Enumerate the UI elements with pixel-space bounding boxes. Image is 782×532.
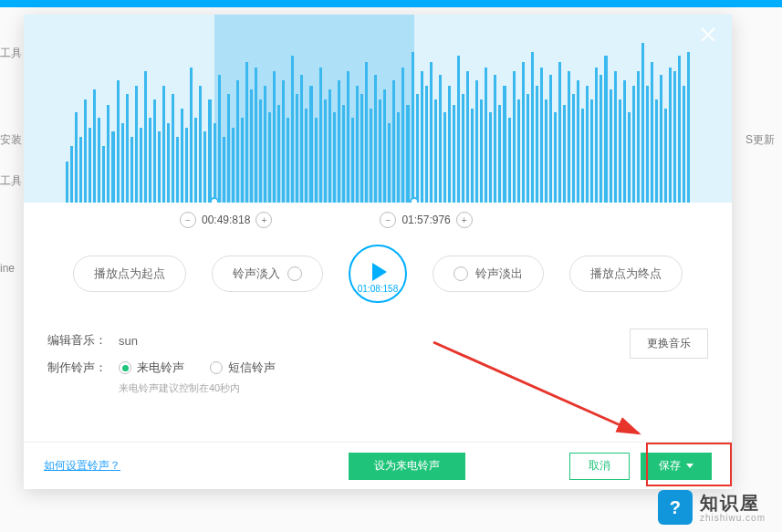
label: 保存 bbox=[659, 458, 681, 474]
duration-hint: 来电铃声建议控制在40秒内 bbox=[119, 381, 708, 395]
decrease-start-button[interactable]: − bbox=[180, 212, 196, 228]
label: 设为来电铃声 bbox=[374, 458, 440, 474]
logo-subtext: zhishiwu.com bbox=[700, 513, 766, 523]
background-titlebar bbox=[0, 0, 782, 7]
set-end-point-button[interactable]: 播放点为终点 bbox=[569, 256, 683, 292]
selection-start-handle[interactable] bbox=[210, 197, 219, 203]
start-time-group: − 00:49:818 + bbox=[180, 212, 272, 228]
edit-music-label: 编辑音乐： bbox=[47, 332, 119, 349]
end-time-value: 01:57:976 bbox=[401, 214, 450, 226]
bg-text: S更新 bbox=[746, 132, 775, 148]
dialog-footer: 如何设置铃声？ 设为来电铃声 取消 保存 bbox=[24, 442, 732, 489]
chevron-down-icon bbox=[686, 464, 693, 468]
edit-music-row: 编辑音乐： sun bbox=[47, 332, 708, 349]
change-music-button[interactable]: 更换音乐 bbox=[630, 329, 708, 359]
ringtone-editor-dialog: − 00:49:818 + − 01:57:976 + 播放点为起点 铃声淡入 … bbox=[24, 15, 732, 489]
label: 播放点为终点 bbox=[590, 266, 662, 282]
decrease-end-button[interactable]: − bbox=[380, 212, 396, 228]
radio-checked-icon bbox=[119, 361, 131, 374]
play-duration: 01:08:158 bbox=[358, 284, 399, 294]
save-button[interactable]: 保存 bbox=[641, 453, 712, 480]
ringtone-type-row: 制作铃声： 来电铃声 短信铃声 bbox=[47, 360, 708, 376]
fade-in-radio-icon bbox=[287, 266, 302, 281]
edit-music-value: sun bbox=[119, 334, 138, 348]
label: 铃声淡出 bbox=[475, 266, 523, 282]
label: 如何设置铃声？ bbox=[44, 459, 120, 472]
label: 播放点为起点 bbox=[94, 266, 165, 282]
info-section: 编辑音乐： sun 制作铃声： 来电铃声 短信铃声 来电铃声建议控制在40秒内 … bbox=[24, 319, 732, 404]
label: 更换音乐 bbox=[647, 337, 691, 349]
label: 短信铃声 bbox=[228, 360, 276, 376]
waveform-area[interactable] bbox=[24, 15, 732, 203]
logo-icon: ? bbox=[658, 490, 693, 525]
play-button[interactable]: 01:08:158 bbox=[349, 245, 407, 303]
waveform-bars bbox=[24, 15, 732, 203]
time-row: − 00:49:818 + − 01:57:976 + bbox=[24, 203, 732, 237]
selection-end-handle[interactable] bbox=[410, 197, 419, 203]
controls-row: 播放点为起点 铃声淡入 01:08:158 铃声淡出 播放点为终点 bbox=[24, 237, 732, 319]
label: 取消 bbox=[589, 458, 610, 474]
fade-out-radio-icon bbox=[454, 266, 468, 281]
fade-out-button[interactable]: 铃声淡出 bbox=[433, 256, 544, 292]
make-ringtone-label: 制作铃声： bbox=[47, 360, 119, 376]
logo-text: 知识屋 bbox=[700, 493, 766, 513]
increase-end-button[interactable]: + bbox=[456, 212, 473, 228]
bg-text: 工具 bbox=[0, 173, 22, 189]
label: 来电铃声 bbox=[137, 360, 184, 376]
call-ringtone-radio[interactable]: 来电铃声 bbox=[119, 360, 184, 376]
sms-ringtone-radio[interactable]: 短信铃声 bbox=[210, 360, 276, 376]
start-time-value: 00:49:818 bbox=[202, 214, 250, 226]
fade-in-button[interactable]: 铃声淡入 bbox=[212, 256, 323, 292]
set-as-ringtone-button[interactable]: 设为来电铃声 bbox=[349, 453, 465, 480]
increase-start-button[interactable]: + bbox=[255, 212, 272, 228]
end-time-group: − 01:57:976 + bbox=[380, 212, 472, 228]
label: 铃声淡入 bbox=[233, 266, 280, 282]
radio-unchecked-icon bbox=[210, 361, 223, 374]
watermark-logo: ? 知识屋 zhishiwu.com bbox=[658, 490, 766, 525]
help-link[interactable]: 如何设置铃声？ bbox=[44, 458, 120, 474]
bg-text: 安装 bbox=[0, 132, 22, 148]
bg-text: ine bbox=[0, 262, 15, 275]
play-icon bbox=[372, 263, 387, 281]
set-start-point-button[interactable]: 播放点为起点 bbox=[73, 256, 186, 292]
bg-text: 工具 bbox=[0, 46, 22, 61]
close-button[interactable] bbox=[697, 24, 719, 46]
cancel-button[interactable]: 取消 bbox=[569, 453, 630, 480]
